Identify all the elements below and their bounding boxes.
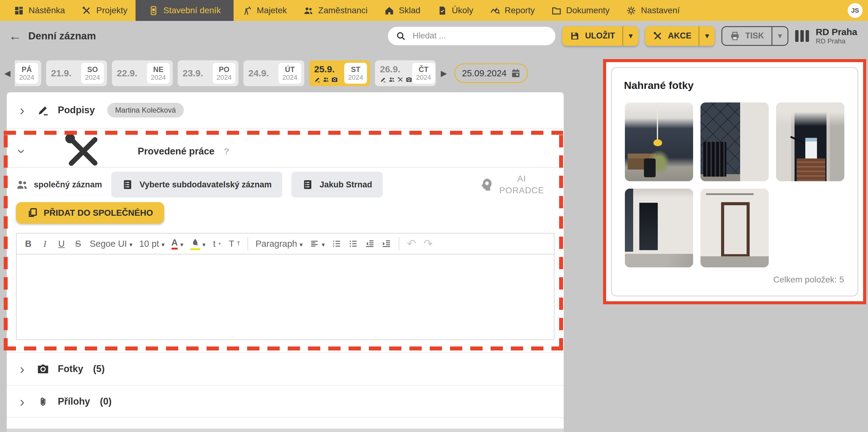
chevron-right-icon[interactable] [16, 395, 28, 409]
section-fotky[interactable]: Fotky (5) [7, 352, 564, 385]
chevron-right-icon[interactable] [16, 362, 28, 376]
common-record-tab[interactable]: společný záznam [16, 178, 102, 191]
outdent-icon [365, 239, 375, 249]
photo-art [721, 202, 750, 257]
prace-header[interactable]: Provedené práce ? [7, 135, 564, 168]
highlight-color-button[interactable] [188, 236, 208, 251]
align-dropdown[interactable] [308, 236, 327, 251]
photo-thumbnail-stair-opening[interactable] [625, 189, 693, 267]
nav-item-reporty[interactable]: Reporty [482, 0, 543, 21]
photos-panel-title: Nahrané fotky [624, 79, 845, 91]
search-box[interactable] [388, 27, 555, 45]
bullet-list-button[interactable] [346, 236, 360, 251]
nav-item-dokumenty[interactable]: Dokumenty [543, 0, 618, 21]
date-card-22-9[interactable]: 22.9. NE2024 [112, 60, 173, 86]
outdent-button[interactable] [363, 236, 376, 251]
list-icon [122, 179, 133, 191]
align-icon [310, 239, 319, 249]
nav-item-stavebni-denik[interactable]: Stavební deník [135, 0, 234, 21]
photo-thumbnail-door-frame[interactable] [701, 189, 769, 267]
print-button-main[interactable]: TISK [722, 27, 772, 45]
project-selector[interactable]: RD Praha RD Praha [816, 27, 862, 45]
section-title: Podpisy [58, 105, 95, 116]
pen-icon [37, 104, 49, 116]
editor-content-area[interactable] [17, 255, 554, 339]
search-input[interactable] [412, 31, 548, 41]
photo-art [625, 189, 633, 252]
font-size-dropdown[interactable]: 10 pt [137, 236, 166, 251]
actions-dropdown[interactable] [699, 26, 715, 46]
save-button[interactable]: ULOŽIT [562, 26, 638, 46]
date-picker[interactable] [454, 63, 528, 83]
prilohy-count: (0) [100, 396, 112, 407]
chevron-down-icon [203, 239, 206, 249]
nav-item-sklad[interactable]: Sklad [376, 0, 429, 21]
nav-item-zamestnanci[interactable]: Zaměstnanci [295, 0, 376, 21]
text-color-button[interactable]: A [170, 236, 185, 251]
redo-button[interactable]: ↷ [422, 236, 435, 251]
nav-item-ukoly[interactable]: Úkoly [429, 0, 482, 21]
nav-item-projekty[interactable]: Projekty [73, 0, 135, 21]
tools-icon [653, 31, 663, 41]
date-card-26-9[interactable]: 26.9. ČT2024 [375, 60, 436, 86]
date-picker-input[interactable] [461, 68, 510, 79]
print-label: TISK [745, 31, 764, 40]
select-subcontractor-button[interactable]: Vyberte subdodavatelský záznam [111, 172, 282, 198]
section-prilohy[interactable]: Přílohy (0) [7, 385, 564, 418]
person-record-button[interactable]: Jakub Strnad [291, 172, 383, 198]
photo-thumbnail-workshop-interior[interactable] [625, 103, 693, 181]
day-abbrev: ST [351, 65, 361, 74]
paragraph-style-dropdown[interactable]: Paragraph [254, 236, 304, 251]
save-dropdown[interactable] [622, 26, 639, 46]
capitalization-button[interactable]: TT [227, 236, 242, 251]
warehouse-icon [384, 5, 394, 16]
help-icon[interactable]: ? [224, 146, 229, 156]
bold-button[interactable]: B [22, 236, 35, 251]
date-card-25-9-selected[interactable]: 25.9. ST2024 [309, 60, 370, 86]
nav-item-nastenka[interactable]: Nástěnka [5, 0, 73, 21]
save-icon [569, 31, 580, 41]
nav-item-nastaveni[interactable]: Nastavení [618, 0, 688, 21]
copy-icon [27, 207, 38, 219]
photo-art [706, 193, 754, 195]
prev-day-arrow[interactable] [4, 68, 10, 78]
signer-chip[interactable]: Martina Kolečková [107, 103, 184, 118]
ordered-list-button[interactable] [330, 236, 343, 251]
ai-advisor-button[interactable]: AI PORADCE [478, 173, 555, 196]
date-card-21-9[interactable]: 21.9. SO2024 [46, 60, 107, 86]
photo-thumbnail-dark-tiled-wall-radiator[interactable] [701, 103, 769, 181]
print-button[interactable]: TISK [721, 26, 788, 46]
photos-total-label: Celkem položek: 5 [624, 275, 845, 285]
nav-item-majetek[interactable]: Majetek [234, 0, 295, 21]
undo-button[interactable]: ↶ [405, 236, 418, 251]
case-T: T [229, 239, 235, 249]
underline-button[interactable]: U [55, 236, 68, 251]
date-number: 21.9. [51, 68, 72, 79]
chevron-down-icon[interactable] [16, 144, 28, 159]
project-name: RD Praha [816, 27, 862, 37]
actions-button-main[interactable]: AKCE [645, 26, 699, 46]
day-badge: NE2024 [147, 63, 170, 84]
nav-label: Reporty [505, 5, 535, 16]
print-dropdown[interactable] [772, 27, 787, 45]
user-avatar[interactable]: JS [848, 3, 863, 18]
photo-art [805, 138, 817, 159]
next-day-arrow[interactable] [441, 68, 447, 78]
photo-thumbnail-staircase-down[interactable] [776, 103, 844, 181]
strikethrough-button[interactable]: S [71, 236, 85, 251]
back-button[interactable] [9, 30, 22, 42]
add-to-common-button[interactable]: PŘIDAT DO SPOLEČNÉHO [16, 202, 164, 224]
columns-toggle-icon[interactable] [795, 30, 809, 42]
subscript-button[interactable]: t+ [211, 236, 224, 251]
font-family-dropdown[interactable]: Segoe UI [88, 236, 134, 251]
report-icon [490, 5, 500, 16]
section-podpisy[interactable]: Podpisy Martina Kolečková [7, 92, 564, 128]
date-card-24-9[interactable]: 24.9. ÚT2024 [243, 60, 304, 86]
date-card-20-9[interactable]: 20.9. PÁ2024 [15, 60, 41, 86]
indent-button[interactable] [380, 236, 393, 251]
italic-button[interactable]: I [38, 236, 52, 251]
date-card-23-9[interactable]: 23.9. PO2024 [178, 60, 239, 86]
chevron-right-icon[interactable] [16, 103, 28, 117]
save-button-main[interactable]: ULOŽIT [562, 26, 622, 46]
actions-button[interactable]: AKCE [645, 26, 715, 46]
